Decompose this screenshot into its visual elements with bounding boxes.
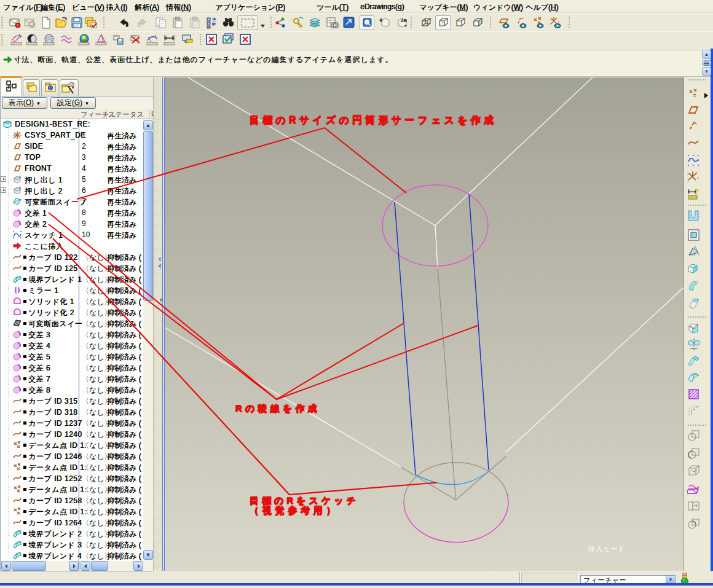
svg-text:y: y	[687, 171, 689, 175]
svg-text:z: z	[687, 179, 689, 183]
svg-text:x: x	[558, 20, 560, 23]
svg-text:AB: AB	[401, 18, 407, 23]
svg-text:!: !	[17, 23, 18, 28]
svg-text:x: x	[697, 176, 699, 179]
